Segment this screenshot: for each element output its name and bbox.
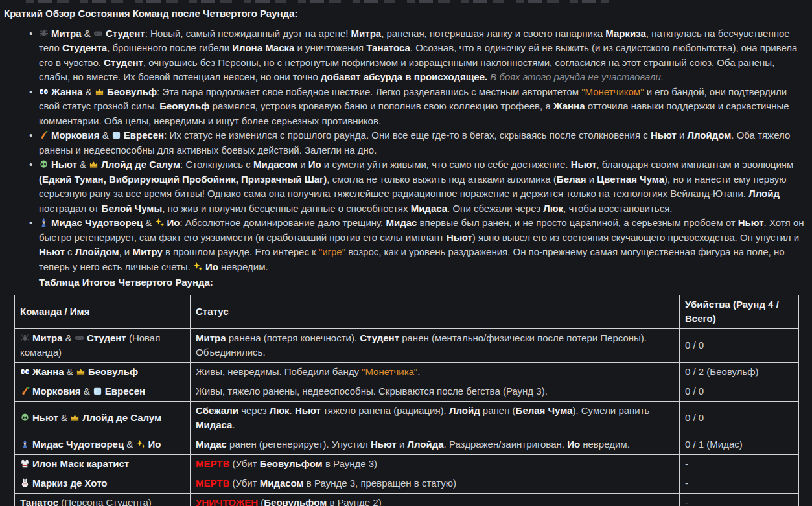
text-segment: Студент [360,332,399,343]
text-segment: Ньют [738,217,764,228]
text-segment: с [65,246,75,257]
round-summary-message: Краткий Обзор Состояния Команд после Чет… [0,0,812,506]
text-segment: . [290,405,295,416]
gi-icon [20,459,30,468]
sparkles-icon [193,262,203,271]
text-segment: Мидасом [253,159,297,170]
text-segment: Жанна [32,366,64,377]
table-row: Танатос (Персона Студента)УНИЧТОЖЕН (Бео… [15,493,799,506]
controller-icon [93,29,103,38]
text-segment: Илон Маск каратист [32,458,129,469]
text-segment: . Они сбежали через [447,203,543,214]
text-segment: в прошлом раунде. Его интерес к [163,246,319,257]
text-segment: (Убит [229,458,259,469]
text-segment: Танатос [20,497,58,506]
status-cell: Сбежали через Люк. Ньют тяжело ранена (р… [191,401,680,435]
text-segment: Ллойд [748,188,780,199]
clipped-text-line [26,0,609,3]
text-segment: Ньют [371,439,397,450]
column-header: Команда / Имя [15,295,191,328]
kills-cell: 0 / 1 (Мидас) [680,435,799,454]
text-segment: через [238,405,270,416]
text-segment: (Убит [229,477,259,489]
text-segment: : Эта пара продолжает свое победное шест… [157,86,581,97]
text-segment: Митра [351,28,382,39]
text-segment: Белой Чумы [102,203,163,214]
team-summary-list: Митра & Студент: Новый, самый неожиданны… [4,27,807,275]
text-segment: & [124,439,135,450]
ice-icon [111,130,121,140]
text-segment: & [82,28,93,39]
text-segment: Митра [196,332,226,343]
text-segment: впервые был ранен, и не просто царапиной… [417,217,737,228]
text-segment: Студент [106,28,145,39]
team-summary-item: Жанна & Беовульф: Эта пара продолжает св… [39,85,807,129]
text-segment: Илона Маска [232,42,294,53]
text-segment: Ньют [447,232,472,243]
text-segment: МЕРТВ [196,477,229,489]
text-segment: В боях этого раунда не участвовали. [487,71,664,82]
team-cell: Ньют & Ллойд де Салум [15,401,191,435]
text-segment: & [100,130,111,141]
text-segment: и сумели уйти живыми, что само по себе д… [321,159,571,170]
text-segment: Ллойд де Салум [82,412,161,423]
carrot-icon [20,386,30,396]
text-segment: Ио [567,439,580,450]
text-segment: Танатоса [366,42,410,53]
text-segment: Мидас Чудотворец [32,439,124,450]
rabbit-icon [20,478,30,488]
text-segment: и [677,130,688,141]
column-header: Убийства (Раунд 4 / Всего) [680,295,799,328]
text-segment: "Монетчиком" [581,86,644,97]
text-segment: ранен ( [480,405,516,416]
team-cell: Мидас Чудотворец & Ио [15,435,191,454]
team-cell: Морковия & Евресен [15,382,191,401]
text-segment: , смогла не только выжить под атаками ал… [327,174,557,185]
text-segment: Мидаса [196,419,232,430]
eyes-icon [20,367,30,376]
crown-icon [89,159,99,169]
text-segment: Ньют [295,405,321,416]
text-segment: (Едкий Туман, Вибрирующий Пробойник, При… [39,174,327,185]
controller-icon [75,333,84,343]
text-segment: Маркиз де Хото [32,477,107,489]
text-segment: и [586,174,597,185]
team-summary-item: Морковия & Евресен: Их статус не изменил… [39,128,807,157]
table-row: Митра & Студент (Новая команда)Митра ран… [15,328,799,362]
kills-cell: - [680,454,799,474]
text-segment: Ньют [651,130,677,141]
text-segment: . Раздражен/заинтригован. [444,439,568,450]
text-segment: Студента [62,42,107,53]
text-segment: и уничтожения [294,42,366,53]
table-row: Ньют & Ллойд де СалумСбежали через Люк. … [15,401,799,435]
text-segment: Ллойда [407,439,443,450]
text-segment: "игре" [319,246,345,257]
text-segment: пострадал от [39,203,102,214]
text-segment: & [143,217,154,228]
table-row: Мидас Чудотворец & ИоМидас ранен (регене… [15,435,799,454]
spider-icon [39,29,49,38]
text-segment: Морковия [32,385,81,397]
status-cell: Живы, тяжело ранены, недееспособны. Скры… [191,382,680,401]
text-segment: УНИЧТОЖЕН [196,497,258,506]
text-segment: в Раунде 3) [323,458,377,469]
crown-icon [76,367,86,376]
text-segment: . [417,366,420,377]
text-segment: и [297,159,308,170]
section-heading: Краткий Обзор Состояния Команд после Чет… [4,6,807,21]
status-cell: МЕРТВ (Убит Мидасом в Раунде 3, превраще… [191,474,680,493]
text-segment: (Персона Студента) [58,497,152,506]
text-segment: Ио [148,439,161,450]
text-segment: ). Сумели ранить [572,405,649,416]
text-segment: : Новый, самый неожиданный дуэт на арене… [145,28,351,39]
text-segment: ранена (потеря конечности). [226,332,360,343]
text-segment: Люк [543,203,563,214]
text-segment: Жанна [51,86,83,97]
text-segment: : Абсолютное доминирование дало трещину. [180,217,386,228]
text-segment: Сбежали [196,405,238,416]
text-segment: размялся, устроив кровавую баню и пополн… [209,100,553,111]
text-segment: Ньют [51,159,77,170]
text-segment: Беовульфом [264,497,327,506]
text-segment: добавят абсурда в происходящее. [321,71,487,82]
text-segment: Митра [32,332,63,343]
